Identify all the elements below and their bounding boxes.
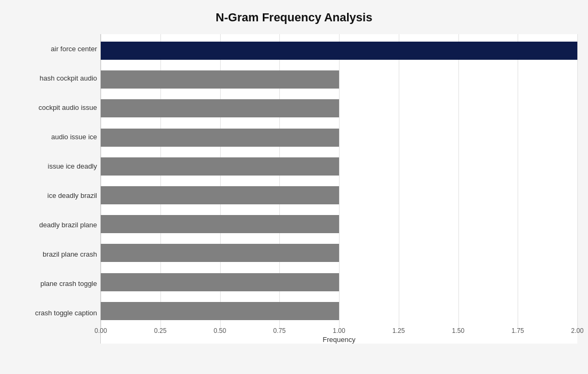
x-axis: 0.000.250.500.751.001.251.501.752.00 Fre… [101, 328, 577, 344]
bar [101, 129, 339, 147]
chart-area: air force centerhash cockpit audiocockpi… [11, 34, 577, 344]
bar [101, 215, 339, 233]
bar [101, 70, 339, 89]
bar [101, 42, 577, 60]
y-label: plane crash toggle [41, 270, 100, 298]
bar-row [101, 184, 577, 207]
x-tick: 0.00 [94, 327, 107, 335]
y-label: issue ice deadly [48, 153, 101, 180]
x-tick: 1.25 [392, 327, 405, 335]
bar-row [101, 299, 577, 323]
x-tick: 1.00 [333, 327, 345, 335]
y-label: hash cockpit audio [39, 65, 100, 92]
bar [101, 244, 339, 262]
y-label: ice deadly brazil [47, 182, 100, 210]
x-axis-label: Frequency [101, 336, 577, 344]
bar [101, 273, 339, 291]
x-tick: 0.50 [214, 327, 226, 335]
x-tick: 0.75 [273, 327, 286, 335]
plot-area: 0.000.250.500.751.001.251.501.752.00 Fre… [100, 34, 577, 344]
y-label: brazil plane crash [43, 241, 100, 268]
bar [101, 157, 339, 176]
chart-container: N-Gram Frequency Analysis air force cent… [0, 0, 588, 374]
y-label: cockpit audio issue [38, 94, 100, 122]
x-ticks: 0.000.250.500.751.001.251.501.752.00 [101, 328, 577, 335]
bar-row [101, 212, 577, 236]
x-tick: 0.25 [154, 327, 166, 335]
bar-row [101, 270, 577, 294]
x-tick: 2.00 [571, 327, 583, 335]
bar-row [101, 97, 577, 120]
chart-title: N-Gram Frequency Analysis [11, 11, 577, 25]
y-axis: air force centerhash cockpit audiocockpi… [11, 34, 100, 344]
bar [101, 302, 339, 320]
x-tick: 1.75 [512, 327, 524, 335]
bar [101, 99, 339, 117]
y-label: audio issue ice [51, 123, 100, 151]
y-label: air force center [51, 35, 100, 63]
bar [101, 186, 339, 204]
bar-row [101, 126, 577, 149]
bar-row [101, 155, 577, 178]
bars-wrapper [101, 34, 577, 328]
bar-row [101, 241, 577, 265]
y-label: deadly brazil plane [39, 211, 100, 239]
bar-row [101, 68, 577, 91]
grid-line [577, 34, 578, 328]
bars-section: 0.000.250.500.751.001.251.501.752.00 Fre… [100, 34, 577, 344]
x-tick: 1.50 [452, 327, 464, 335]
y-label: crash toggle caption [35, 299, 100, 327]
bar-row [101, 39, 577, 62]
